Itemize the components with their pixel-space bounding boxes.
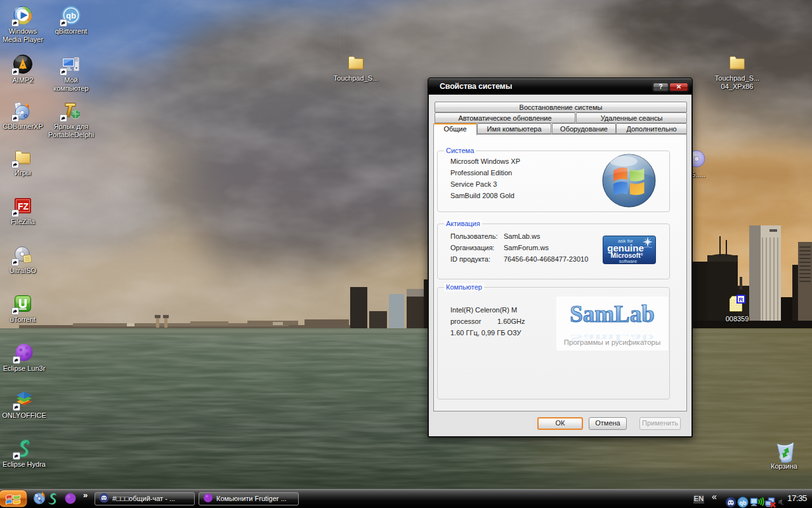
svg-text:Программы и русификаторы: Программы и русификаторы: [564, 338, 661, 346]
svg-text:qb: qb: [66, 11, 76, 20]
svg-text:SamLab: SamLab: [570, 301, 655, 327]
svg-text:FZ: FZ: [18, 201, 29, 211]
svg-text:R: R: [739, 296, 743, 303]
svg-text:software: software: [619, 258, 637, 264]
svg-text:qb: qb: [740, 500, 747, 506]
